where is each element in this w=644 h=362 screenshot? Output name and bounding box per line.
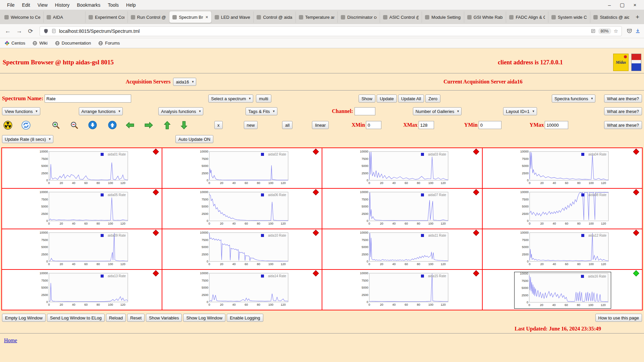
status-diamond-red[interactable] [153,230,159,236]
what-are-these-button-2[interactable]: What are these? [604,107,642,115]
tab-6[interactable]: LED and Wavefo [211,11,254,23]
x-button[interactable]: x [214,121,223,129]
spectrum-chart[interactable]: 025005000750010000020406080100120aida11 … [355,231,450,266]
menu-help[interactable]: Help [122,2,140,8]
tags-fits-select[interactable]: Tags & Fits▼ [246,107,277,115]
spectrum-chart[interactable]: 025005000750010000020406080100120aida04 … [515,150,610,185]
spectrum-chart[interactable]: 025005000750010000020406080100120aida09 … [34,231,130,266]
tab-15[interactable]: Statistics @ aid [590,11,632,23]
log-button-6[interactable]: Show Log Window [183,314,225,322]
tab-10[interactable]: ASIC Control @ [380,11,422,23]
menu-tools[interactable]: Tools [104,2,122,8]
tab-5[interactable]: Spectrum Bro× [169,11,211,23]
tab-13[interactable]: FADC Align & C [506,11,548,23]
status-diamond-green[interactable] [633,270,639,276]
status-diamond-red[interactable] [153,270,159,276]
url-text[interactable]: localhost:8015/Spectrum/Spectrum.tml [59,28,588,34]
menu-bookmarks[interactable]: Bookmarks [73,2,104,8]
menu-view[interactable]: View [34,2,51,8]
pocket-icon[interactable] [627,28,632,34]
analysis-functions-select[interactable]: Analysis functions▼ [158,107,203,115]
bookmark-centos[interactable]: Centos [5,41,25,46]
arrange-functions-select[interactable]: Arrange functions▼ [79,107,123,115]
close-button[interactable]: × [632,2,638,8]
spectra-functions-select[interactable]: Spectra functions▼ [552,95,595,103]
layout-select[interactable]: Layout ID=1▼ [503,107,537,115]
zero-button[interactable]: Zero [425,95,440,103]
view-functions-select[interactable]: View functions▼ [2,107,40,115]
tab-7[interactable]: Control @ aidas [253,11,296,23]
status-diamond-red[interactable] [473,148,479,155]
bookmark-wiki[interactable]: Wiki [33,41,48,46]
acquisition-server-select[interactable]: aida16▼ [173,78,196,86]
chart-cell-aida12[interactable]: 025005000750010000020406080100120aida12 … [482,229,643,269]
show-button[interactable]: Show [359,95,376,103]
reload-button[interactable]: ⟳ [26,27,35,36]
all-button[interactable]: all [282,121,292,129]
status-diamond-red[interactable] [153,148,159,155]
spectrum-chart[interactable]: 025005000750010000020406080100120aida03 … [355,150,450,185]
spectrum-chart[interactable]: 025005000750010000020406080100120aida06 … [195,191,290,226]
reader-mode-icon[interactable] [591,28,596,34]
refresh-icon[interactable] [21,121,31,130]
new-tab-button[interactable]: + [632,13,643,21]
chart-cell-aida03[interactable]: 025005000750010000020406080100120aida03 … [322,148,482,188]
bookmark-documentation[interactable]: Documentation [55,41,91,46]
chart-cell-aida07[interactable]: 025005000750010000020406080100120aida07 … [322,188,482,229]
tab-1[interactable]: Welcome to Cen [1,11,43,23]
home-link[interactable]: Home [4,338,17,344]
scroll-down-icon[interactable] [88,121,97,129]
xmin-input[interactable] [366,121,381,129]
site-info-icon[interactable] [51,28,56,34]
chart-cell-aida02[interactable]: 025005000750010000020406080100120aida02 … [162,148,322,188]
log-button-5[interactable]: Show Variables [146,314,182,322]
auto-update-button[interactable]: Auto Update ON [175,135,213,143]
tab-12[interactable]: GSI White Rabb [464,11,506,23]
status-diamond-red[interactable] [633,189,639,195]
arrow-down-icon[interactable] [180,121,187,129]
ymax-input[interactable] [545,121,568,129]
tab-8[interactable]: Temperature an [296,11,338,23]
spectrum-chart[interactable]: 025005000750010000020406080100120aida01 … [34,150,130,185]
chart-cell-aida10[interactable]: 025005000750010000020406080100120aida10 … [162,229,322,269]
chart-cell-aida11[interactable]: 025005000750010000020406080100120aida11 … [322,229,482,269]
status-diamond-red[interactable] [313,189,319,195]
bookmark-forums[interactable]: Forums [98,41,120,46]
new-button[interactable]: new [244,121,258,129]
chart-cell-aida06[interactable]: 025005000750010000020406080100120aida06 … [162,188,322,229]
multi-button[interactable]: multi [256,95,271,103]
chart-cell-aida16[interactable]: 025005000750010000020406080100120aida16 … [482,269,643,310]
spectrum-chart[interactable]: 025005000750010000020406080100120aida15 … [355,272,450,307]
what-are-these-button-1[interactable]: What are these? [604,95,642,103]
spectrum-chart[interactable]: 025005000750010000020406080100120aida08 … [515,191,610,226]
maximize-button[interactable]: ▢ [619,2,625,8]
update-all-button[interactable]: Update All [398,95,424,103]
spectrum-chart[interactable]: 025005000750010000020406080100120aida07 … [355,191,450,226]
status-diamond-red[interactable] [153,189,159,195]
downloads-icon[interactable] [635,28,641,34]
chart-cell-aida09[interactable]: 025005000750010000020406080100120aida09 … [2,229,162,269]
forward-button[interactable]: → [15,27,23,36]
chart-cell-aida14[interactable]: 025005000750010000020406080100120aida14 … [162,269,322,310]
status-diamond-red[interactable] [473,230,479,236]
chart-cell-aida08[interactable]: 025005000750010000020406080100120aida08 … [482,188,643,229]
log-button-4[interactable]: Reset [127,314,145,322]
chart-cell-aida05[interactable]: 025005000750010000020406080100120aida05 … [2,188,162,229]
status-diamond-red[interactable] [633,230,639,236]
log-button-1[interactable]: Empty Log Window [2,314,46,322]
linear-button[interactable]: linear [312,121,329,129]
bookmark-star-icon[interactable]: ☆ [614,28,618,34]
status-diamond-red[interactable] [633,148,639,155]
minimize-button[interactable]: – [606,2,612,8]
spectrum-chart[interactable]: 025005000750010000020406080100120aida12 … [515,231,610,266]
tab-14[interactable]: System wide Ch [548,11,590,23]
ymin-input[interactable] [479,121,501,129]
status-diamond-red[interactable] [473,189,479,195]
zoom-in-icon[interactable] [51,121,60,130]
spectrum-chart[interactable]: 025005000750010000020406080100120aida16 … [515,272,610,307]
tab-11[interactable]: Module Settings [422,11,464,23]
how-to-use-button[interactable]: How to use this page [595,314,642,322]
log-button-2[interactable]: Send Log Window to ELog [47,314,105,322]
spectrum-name-input[interactable] [45,95,131,103]
back-button[interactable]: ← [3,27,12,36]
